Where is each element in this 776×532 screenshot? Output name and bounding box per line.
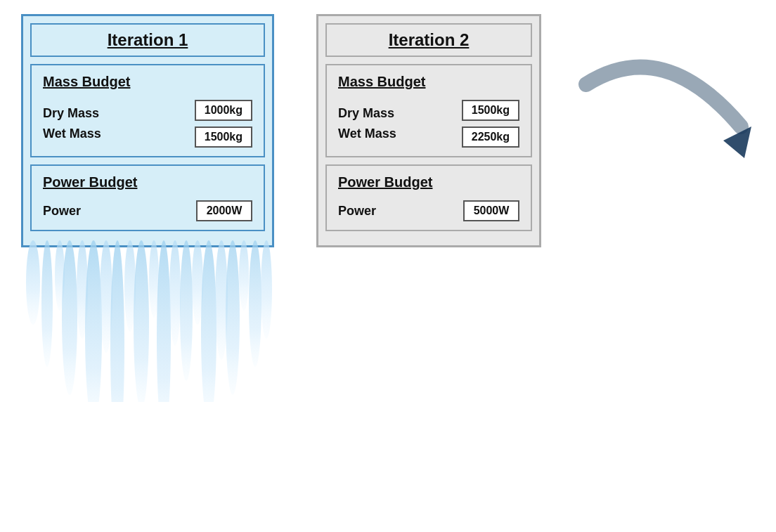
iteration1-panel: Iteration 1 Mass Budget Dry Mass Wet Mas… — [21, 14, 274, 247]
svg-point-0 — [26, 240, 40, 325]
iteration1-wet-mass-label: Wet Mass — [43, 126, 101, 141]
iteration1-mass-budget-heading: Mass Budget — [43, 74, 252, 90]
svg-point-5 — [85, 240, 102, 402]
svg-point-12 — [169, 240, 181, 346]
svg-point-9 — [134, 240, 149, 402]
svg-point-17 — [226, 240, 240, 395]
iteration1-dry-mass-value: 1000kg — [195, 100, 252, 121]
iteration1-mass-budget: Mass Budget Dry Mass Wet Mass 1000kg 150… — [30, 64, 265, 157]
iteration2-dry-mass-value: 1500kg — [462, 100, 519, 121]
iteration2-dry-mass-label: Dry Mass — [338, 106, 396, 121]
svg-point-15 — [201, 240, 216, 402]
iteration1-power-budget-heading: Power Budget — [43, 174, 252, 190]
iteration2-wet-mass-label: Wet Mass — [338, 126, 396, 141]
svg-point-7 — [110, 240, 124, 402]
iteration2-power-budget: Power Budget Power 5000W — [325, 164, 532, 231]
iteration2-mass-values: 1500kg 2250kg — [462, 100, 519, 148]
iteration1-mass-labels: Dry Mass Wet Mass — [43, 106, 101, 141]
iteration1-wet-mass-value: 1500kg — [195, 126, 252, 148]
iteration1-mass-values: 1000kg 1500kg — [195, 100, 252, 148]
iteration2-mass-budget: Mass Budget Dry Mass Wet Mass 1500kg 225… — [325, 64, 532, 157]
iteration2-panel: Iteration 2 Mass Budget Dry Mass Wet Mas… — [316, 14, 541, 247]
icicles — [19, 240, 276, 402]
iteration2-mass-labels: Dry Mass Wet Mass — [338, 106, 396, 141]
iteration1-power-value: 2000W — [196, 200, 252, 221]
svg-point-3 — [62, 240, 77, 395]
iteration1-power-label: Power — [43, 204, 81, 219]
svg-point-1 — [41, 240, 53, 367]
iteration2-power-value: 5000W — [463, 200, 519, 221]
iteration1-power-budget: Power Budget Power 2000W — [30, 164, 265, 231]
svg-point-18 — [239, 240, 249, 311]
curved-arrow-svg — [572, 56, 755, 197]
svg-point-13 — [180, 240, 193, 381]
iteration1-title-box: Iteration 1 — [30, 23, 265, 57]
iteration2-power-label: Power — [338, 204, 376, 219]
iteration1-title: Iteration 1 — [108, 30, 188, 49]
iteration2-wet-mass-value: 2250kg — [462, 126, 519, 148]
iteration1-card: Iteration 1 Mass Budget Dry Mass Wet Mas… — [21, 14, 274, 247]
iteration2-title: Iteration 2 — [389, 30, 470, 49]
svg-point-11 — [157, 240, 171, 402]
iteration2-title-box: Iteration 2 — [325, 23, 532, 57]
iteration2-mass-budget-heading: Mass Budget — [338, 74, 519, 90]
iteration2-power-budget-heading: Power Budget — [338, 174, 519, 190]
svg-point-19 — [249, 240, 261, 367]
curved-arrow-container — [572, 56, 755, 197]
icicles-svg — [19, 240, 276, 402]
svg-point-20 — [261, 240, 272, 339]
iteration1-dry-mass-label: Dry Mass — [43, 106, 101, 121]
